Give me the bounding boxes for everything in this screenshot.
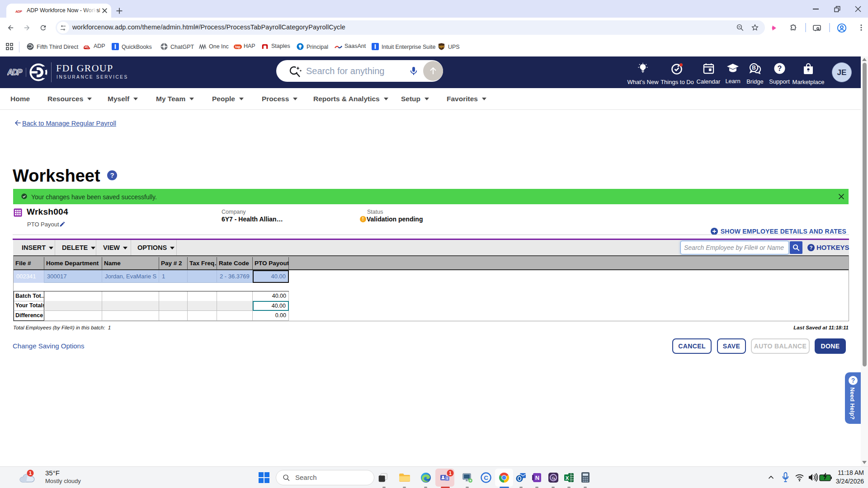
svg-text:1: 1 (29, 470, 32, 476)
svg-text:1: 1 (449, 470, 452, 476)
svg-text:G: G (552, 476, 555, 480)
svg-text:ADP: ADP (7, 68, 22, 77)
svg-text:C: C (484, 474, 488, 481)
svg-text:B: B (752, 65, 756, 71)
svg-text:N: N (535, 474, 539, 481)
svg-text:ADP: ADP (15, 9, 23, 14)
svg-text:T: T (446, 477, 448, 481)
svg-text:?: ? (777, 65, 782, 72)
svg-text:hap: hap (235, 45, 241, 49)
svg-text:X: X (566, 475, 569, 481)
svg-text:?: ? (810, 245, 813, 250)
svg-text:ups: ups (439, 45, 444, 48)
